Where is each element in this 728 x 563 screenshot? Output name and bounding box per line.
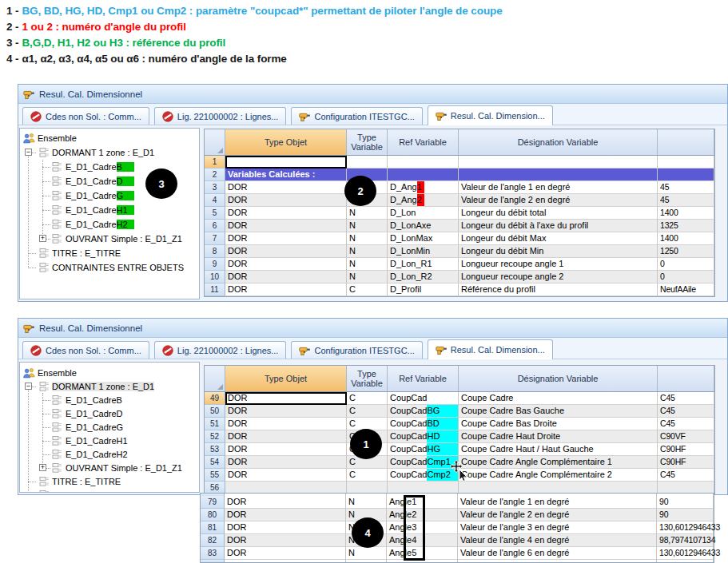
cell-value[interactable]: 90 bbox=[657, 496, 714, 509]
tab-cdes-non-sol[interactable]: Cdes non Sol. : Comm... bbox=[22, 341, 149, 359]
cell-ref-variable[interactable]: D_LonMin bbox=[388, 245, 459, 258]
cell-type-objet[interactable]: DOR bbox=[225, 443, 347, 456]
tree-item-ensemble[interactable]: Ensemble bbox=[20, 366, 199, 379]
tab-configuration-itestgc[interactable]: Configuration ITESTGC... bbox=[291, 107, 422, 125]
cell-value[interactable]: 1325 bbox=[658, 220, 714, 232]
cell-type-objet[interactable]: DOR bbox=[225, 207, 347, 220]
cell-ref-variable[interactable]: CoupCadBG bbox=[388, 405, 459, 418]
cell-value[interactable]: 98,7974107134 bbox=[657, 534, 714, 547]
cell-type-objet[interactable]: DOR bbox=[225, 496, 346, 509]
cell-type-variable[interactable]: N bbox=[347, 258, 388, 271]
tree-item-titre[interactable]: TITRE : E_TITRE bbox=[20, 474, 199, 488]
collapse-icon[interactable]: − bbox=[25, 383, 32, 390]
cell-ref-variable[interactable]: D_Profil bbox=[388, 283, 459, 296]
row-header[interactable]: 3 bbox=[205, 181, 225, 194]
tree-item-cadre-b[interactable]: E_D1_CadreB bbox=[20, 393, 199, 406]
tree-item-cadre-h2[interactable]: E_D1_CadreH2 bbox=[20, 217, 199, 232]
column-header-designation-variable[interactable]: Désignation Variable bbox=[459, 129, 658, 155]
tree-item-ouvrant[interactable]: +OUVRANT Simple : E_D1_Z1 bbox=[20, 461, 199, 474]
cell-designation[interactable]: Coupe Cadre Haut / Haut Gauche bbox=[459, 443, 658, 456]
cell-type-objet[interactable]: DOR bbox=[225, 220, 347, 232]
cell-type-objet[interactable]: DOR bbox=[225, 418, 347, 430]
cell-value[interactable] bbox=[658, 169, 714, 181]
collapse-icon[interactable]: − bbox=[25, 149, 32, 156]
cell-designation[interactable]: Valeur de l'angle 1 en degré bbox=[459, 181, 658, 194]
column-header-value[interactable] bbox=[658, 129, 714, 155]
cell-ref-variable[interactable]: D_Lon_R1 bbox=[388, 258, 459, 271]
cell-type-variable[interactable]: N bbox=[347, 232, 388, 245]
cell-designation[interactable]: Coupe Cadre Haut Droite bbox=[459, 430, 658, 443]
row-header[interactable]: 54 bbox=[205, 456, 225, 469]
tab-resul-cal-dimension[interactable]: Resul. Cal. Dimension... bbox=[428, 339, 553, 359]
cell-value[interactable]: C45 bbox=[658, 392, 714, 405]
cell-value[interactable]: 45 bbox=[658, 181, 714, 194]
cell-ref-variable[interactable] bbox=[388, 156, 459, 169]
cell-ref-variable[interactable]: CoupCadCmp1 bbox=[388, 456, 459, 469]
cell-type-objet[interactable]: DOR bbox=[225, 181, 347, 194]
cell-designation[interactable]: Valeur de l'angle 2 en degré bbox=[459, 194, 658, 207]
cell-type-objet[interactable]: DOR bbox=[225, 283, 347, 296]
tree-item-ensemble[interactable]: Ensemble bbox=[20, 131, 199, 145]
cell-designation[interactable]: Longeur du débit total bbox=[459, 207, 658, 220]
row-header[interactable]: 55 bbox=[205, 469, 225, 482]
expand-icon[interactable]: + bbox=[39, 235, 46, 242]
cell-type-objet[interactable] bbox=[225, 560, 346, 562]
row-header[interactable]: 1 bbox=[205, 156, 225, 169]
cell-ref-variable[interactable]: CoupCadHD bbox=[388, 430, 459, 443]
cell-designation[interactable]: Valeur de l'angle 3 en degré bbox=[458, 521, 657, 534]
cell-value[interactable]: 0 bbox=[658, 258, 714, 271]
cell-type-variable[interactable]: N bbox=[346, 547, 387, 560]
tree-item-titre[interactable]: TITRE : E_TITRE bbox=[20, 246, 199, 260]
cell-type-variable[interactable]: N bbox=[346, 496, 387, 509]
cell-designation[interactable]: Longueur recoupe angle 1 bbox=[459, 258, 658, 271]
cell-value[interactable]: NeufAAile bbox=[658, 283, 714, 296]
row-header[interactable]: 51 bbox=[205, 418, 225, 430]
cell-type-variable[interactable]: N bbox=[347, 271, 388, 283]
cell-type-objet[interactable]: DOR bbox=[225, 430, 347, 443]
tree-item-dormant[interactable]: −DORMANT 1 zone : E_D1 bbox=[20, 145, 199, 160]
row-header[interactable]: 9 bbox=[205, 258, 225, 271]
cell-type-objet[interactable]: DOR bbox=[225, 405, 347, 418]
cell-value[interactable]: C45 bbox=[658, 469, 714, 482]
column-header-ref-variable[interactable]: Ref Variable bbox=[388, 366, 459, 391]
cell-designation[interactable]: Coupe Cadre Bas Gauche bbox=[459, 405, 658, 418]
cell-type-objet[interactable]: DOR bbox=[225, 258, 347, 271]
tab-configuration-itestgc[interactable]: Configuration ITESTGC... bbox=[291, 341, 422, 359]
cell-designation[interactable]: Longueur recoupe angle 2 bbox=[459, 271, 658, 283]
tab-cdes-non-sol[interactable]: Cdes non Sol. : Comm... bbox=[22, 107, 149, 125]
cell-ref-variable[interactable]: D_Ang1 bbox=[388, 181, 459, 194]
cell-value[interactable]: C90HF bbox=[658, 443, 714, 456]
row-header[interactable]: 4 bbox=[205, 194, 225, 207]
cell-ref-variable[interactable]: CoupCadBD bbox=[388, 418, 459, 430]
cell-designation[interactable]: Longeur du débit à l'axe du profil bbox=[459, 220, 658, 232]
cell-designation[interactable]: Coupe Cadre Angle Complémentaire 2 bbox=[459, 469, 658, 482]
cell-type-objet[interactable]: DOR bbox=[225, 392, 347, 405]
cell-type-objet[interactable]: DOR bbox=[225, 547, 346, 560]
cell-designation[interactable]: Coupe Cadre Bas Droite bbox=[459, 418, 658, 430]
tree-item-dormant[interactable]: −DORMANT 1 zone : E_D1 bbox=[20, 379, 199, 393]
row-header[interactable]: 82 bbox=[201, 534, 225, 547]
cell-designation[interactable]: Valeur de l'angle 4 en degré bbox=[458, 534, 657, 547]
cell-value[interactable]: 130,6012946433 bbox=[657, 521, 714, 534]
tree-item-ouvrant[interactable]: +OUVRANT Simple : E_D1_Z1 bbox=[20, 232, 199, 246]
cell-value[interactable]: 130,6012946433 bbox=[657, 547, 714, 560]
cell-ref-variable[interactable]: CoupCadHG bbox=[388, 443, 459, 456]
tree-item-contraintes[interactable]: CONTRAINTES ENTRE OBJETS bbox=[20, 488, 199, 493]
cell-value[interactable]: C90HF bbox=[658, 456, 714, 469]
cell-type-objet[interactable]: DOR bbox=[225, 271, 347, 283]
row-header[interactable]: 8 bbox=[205, 245, 225, 258]
row-header[interactable] bbox=[201, 560, 225, 562]
cell-type-objet[interactable]: DOR bbox=[225, 194, 347, 207]
window-titlebar[interactable]: Resul. Cal. Dimensionnel bbox=[18, 319, 727, 338]
row-header[interactable]: 49 bbox=[205, 392, 225, 405]
cell-value[interactable]: C90VF bbox=[658, 430, 714, 443]
cell-type-variable[interactable]: C bbox=[347, 283, 388, 296]
tree-item-cadre-g[interactable]: E_D1_CadreG bbox=[20, 420, 199, 434]
column-header-ref-variable[interactable]: Ref Variable bbox=[388, 129, 459, 155]
tab-lig-221000002[interactable]: Lig. 221000002 : Lignes... bbox=[154, 107, 287, 125]
row-header[interactable]: 11 bbox=[205, 283, 225, 296]
cell-value[interactable]: 45 bbox=[658, 194, 714, 207]
row-header[interactable]: 50 bbox=[205, 405, 225, 418]
row-header[interactable]: 10 bbox=[205, 271, 225, 283]
cell-type-variable[interactable]: C bbox=[347, 405, 388, 418]
